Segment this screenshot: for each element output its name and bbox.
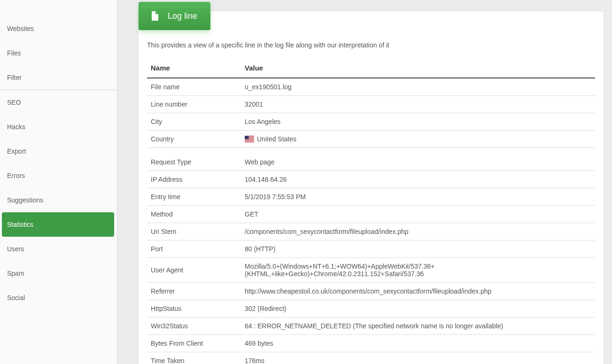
row-name: Entry time: [147, 188, 241, 205]
table-row: Port80 (HTTP): [147, 240, 595, 257]
app-root: WebsitesFilesFilterSEOHacksExportErrorsS…: [0, 0, 612, 364]
flag-us-icon: [245, 136, 254, 142]
sidebar-item-label: Filter: [7, 74, 22, 81]
row-value: /components/com_sexycontactform/fileuplo…: [241, 223, 595, 240]
row-value: 469 bytes: [241, 334, 595, 352]
file-icon: [149, 10, 160, 22]
card-header: Log line: [139, 2, 210, 30]
row-name: Time Taken: [147, 352, 241, 364]
sidebar-item-users[interactable]: Users: [0, 237, 117, 261]
row-value: u_ex190501.log: [241, 78, 595, 96]
row-name: User Agent: [147, 257, 241, 282]
sidebar-item-filter[interactable]: Filter: [0, 65, 117, 90]
table-row: CountryUnited States: [147, 131, 595, 148]
row-value: 64 : ERROR_NETNAME_DELETED (The specifie…: [241, 317, 595, 334]
row-value-text: United States: [257, 135, 296, 143]
svg-rect-5: [245, 140, 254, 141]
row-name: Line number: [147, 96, 241, 113]
row-value: United States: [241, 131, 595, 148]
main-content: Log line This provides a view of a speci…: [117, 0, 612, 364]
table-row: File nameu_ex190501.log: [147, 78, 595, 96]
table-row: Request TypeWeb page: [147, 154, 595, 171]
row-name: Referrer: [147, 282, 241, 300]
sidebar-item-files[interactable]: Files: [0, 41, 117, 65]
row-name: Bytes From Client: [147, 334, 241, 352]
sidebar-item-suggestions[interactable]: Suggestions: [0, 188, 117, 212]
table-row: Referrerhttp://www.cheapestoil.co.uk/com…: [147, 282, 595, 300]
row-value: Mozilla/5.0+(Windows+NT+6.1;+WOW64)+Appl…: [241, 257, 595, 282]
sidebar-item-label: Suggestions: [7, 196, 43, 204]
sidebar-item-label: Social: [7, 294, 25, 302]
row-name: City: [147, 113, 241, 131]
row-value: 5/1/2019 7:55:53 PM: [241, 188, 595, 205]
sidebar-item-websites[interactable]: Websites: [0, 16, 117, 41]
table-row: CityLos Angeles: [147, 113, 595, 131]
card-title: Log line: [168, 11, 197, 21]
log-table: Name Value File nameu_ex190501.logLine n…: [147, 58, 595, 364]
spacer-cell: [147, 148, 595, 154]
svg-rect-4: [245, 139, 254, 140]
row-value: Los Angeles: [241, 113, 595, 131]
row-value: http://www.cheapestoil.co.uk/components/…: [241, 282, 595, 300]
sidebar-item-label: Websites: [7, 25, 34, 32]
column-value: Value: [241, 58, 595, 78]
sidebar-item-label: Hacks: [7, 123, 25, 131]
table-row: Uri Stem/components/com_sexycontactform/…: [147, 223, 595, 240]
sidebar-item-export[interactable]: Export: [0, 139, 117, 163]
card-description: This provides a view of a specific line …: [147, 41, 595, 49]
row-name: Country: [147, 131, 241, 148]
sidebar-item-label: Statistics: [7, 221, 33, 228]
table-row: Win32Status64 : ERROR_NETNAME_DELETED (T…: [147, 317, 595, 334]
row-value: 104.148.64.26: [241, 170, 595, 188]
sidebar-item-label: Errors: [7, 172, 25, 179]
row-value: 80 (HTTP): [241, 240, 595, 257]
row-value: 176ms: [241, 352, 595, 364]
sidebar: WebsitesFilesFilterSEOHacksExportErrorsS…: [0, 0, 117, 364]
row-value: 32001: [241, 96, 595, 113]
table-row: User AgentMozilla/5.0+(Windows+NT+6.1;+W…: [147, 257, 595, 282]
table-row: IP Address104.148.64.26: [147, 170, 595, 188]
table-row: Line number32001: [147, 96, 595, 113]
table-row: Entry time5/1/2019 7:55:53 PM: [147, 188, 595, 205]
row-name: HttpStatus: [147, 300, 241, 317]
card-body: This provides a view of a specific line …: [139, 11, 604, 364]
sidebar-item-social[interactable]: Social: [0, 286, 117, 310]
table-row: Time Taken176ms: [147, 352, 595, 364]
table-row: MethodGET: [147, 205, 595, 223]
sidebar-item-statistics[interactable]: Statistics: [2, 212, 114, 237]
sidebar-item-label: Export: [7, 147, 26, 155]
sidebar-item-label: Spam: [7, 270, 24, 277]
svg-rect-6: [245, 141, 254, 142]
row-value: GET: [241, 205, 595, 223]
table-spacer: [147, 148, 595, 154]
svg-rect-7: [245, 136, 249, 139]
sidebar-item-label: SEO: [7, 99, 21, 106]
row-value: 302 (Redirect): [241, 300, 595, 317]
table-row: HttpStatus302 (Redirect): [147, 300, 595, 317]
sidebar-item-errors[interactable]: Errors: [0, 163, 117, 188]
sidebar-item-hacks[interactable]: Hacks: [0, 115, 117, 139]
row-name: IP Address: [147, 170, 241, 188]
sidebar-item-seo[interactable]: SEO: [0, 90, 117, 115]
row-name: Uri Stem: [147, 223, 241, 240]
table-row: Bytes From Client469 bytes: [147, 334, 595, 352]
row-name: Port: [147, 240, 241, 257]
sidebar-item-spam[interactable]: Spam: [0, 261, 117, 286]
sidebar-item-label: Files: [7, 49, 21, 57]
sidebar-item-label: Users: [7, 245, 24, 253]
row-name: File name: [147, 78, 241, 96]
row-name: Method: [147, 205, 241, 223]
row-name: Request Type: [147, 154, 241, 171]
column-name: Name: [147, 58, 241, 78]
row-name: Win32Status: [147, 317, 241, 334]
row-value: Web page: [241, 154, 595, 171]
